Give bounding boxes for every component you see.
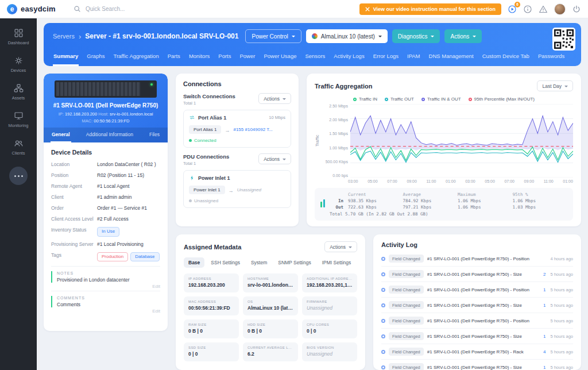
video-tutorials-button[interactable]: 6 [508, 5, 517, 14]
metadata-field-bios-version: BIOS VERSIONUnassigned [302, 342, 357, 361]
activity-row[interactable]: Field Changed#1 SRV-LO-001 (Dell PowerEd… [381, 313, 573, 329]
device-details-title: Device Details [51, 149, 160, 156]
inlet-name: Power Inlet 1 [198, 175, 230, 181]
activity-row[interactable]: Field Changed#1 SRV-LO-001 (Dell PowerEd… [381, 282, 573, 298]
metadata-tab-base[interactable]: Base [184, 257, 204, 268]
power-control-button[interactable]: Power Control [245, 29, 301, 43]
comments-edit-link[interactable]: Edit [51, 309, 160, 314]
server-header: Servers Server - #1 srv-lo-001.london.lo… [44, 23, 581, 66]
info-icon [523, 5, 532, 14]
ip-value: 192.168.203.200 [65, 111, 97, 117]
pdu-connections-section: PDU Connections Total 1 Actions [183, 153, 291, 208]
tab-graphs[interactable]: Graphs [86, 49, 105, 66]
legend-dot [421, 98, 425, 101]
tab-custom-device-tab[interactable]: Custom Device Tab [482, 49, 530, 66]
metadata-field-mac-address: MAC ADDRESS00:50:56:21:39:FD [184, 296, 239, 315]
ip-label: IP: [59, 111, 64, 117]
legend-dot [353, 98, 357, 101]
sidebar-item-assets[interactable]: Assets [0, 78, 37, 106]
pdu-connections-title: PDU Connections [183, 153, 229, 160]
actions-button[interactable]: Actions [444, 29, 482, 43]
tab-power[interactable]: Power [239, 49, 256, 66]
device-ip-host: IP: 192.168.203.200 Host: srv-lo-001.lon… [48, 111, 163, 117]
close-icon[interactable] [365, 7, 370, 11]
legend-traffic-in[interactable]: Traffic IN [353, 97, 377, 102]
sidebar-item-dashboard[interactable]: Dashboard [0, 23, 37, 51]
breadcrumb-servers-link[interactable]: Servers [53, 33, 75, 40]
tab-activity-logs[interactable]: Activity Logs [333, 49, 365, 66]
switch-actions-button[interactable]: Actions [258, 93, 291, 104]
power-bolt-icon [189, 175, 195, 181]
easydcim-logo[interactable]: e easydcim [7, 4, 74, 14]
alerts-button[interactable] [539, 5, 548, 14]
mac-value: 00:50:56:21:39:FD [94, 118, 129, 124]
logout-button[interactable] [572, 5, 581, 14]
pdu-connection-item: Power Inlet 1 Power Inlet 1 Unassigned [183, 170, 291, 208]
metadata-actions-button[interactable]: Actions [324, 241, 357, 252]
device-tab-additional-information[interactable]: Additional Information [85, 128, 134, 142]
connections-title: Connections [183, 80, 291, 87]
device-tab-general[interactable]: General [51, 128, 71, 142]
connections-card: Connections Switch Connections Total 1 A… [176, 74, 299, 226]
tab-error-logs[interactable]: Error Logs [373, 49, 399, 66]
chevron-down-icon [431, 36, 434, 39]
time-range-select[interactable]: Last Day [537, 80, 573, 91]
video-manual-banner-button[interactable]: View our video instruction manual for th… [359, 3, 501, 15]
activity-row[interactable]: Field Changed#1 SRV-LO-001 (Dell PowerEd… [381, 251, 573, 267]
metadata-tab-snmp-settings[interactable]: SNMP Settings [273, 257, 315, 268]
device-card-header: #1 SRV-LO-001 (Dell PowerEdge R750) IP: … [44, 74, 168, 142]
os-label: AlmaLinux 10 (latest) [321, 33, 375, 40]
metadata-field-firmware: FIRMWAREUnassigned [302, 296, 357, 315]
legend-dot [469, 98, 472, 101]
activity-row[interactable]: Field Changed#1 SRV-LO-001 (Dell PowerEd… [381, 344, 573, 360]
port-from-pill: Port Alias 1 [189, 125, 221, 134]
os-button[interactable]: AlmaLinux 10 (latest) [306, 29, 388, 43]
activity-row[interactable]: Field Changed#1 SRV-LO-001 (Dell PowerEd… [381, 267, 573, 282]
sidebar-more-button[interactable] [9, 167, 28, 185]
metadata-tab-ipmi-settings[interactable]: IPMI Settings [318, 257, 356, 268]
inlet-from-pill: Power Inlet 1 [189, 186, 225, 194]
tab-ports[interactable]: Ports [218, 49, 231, 66]
activity-row[interactable]: Field Changed#1 SRV-LO-001 (Dell PowerEd… [381, 329, 573, 344]
legend-traffic-in-out[interactable]: Traffic IN & OUT [421, 97, 461, 102]
diagnostics-button[interactable]: Diagnostics [392, 29, 440, 43]
tab-passwords[interactable]: Passwords [537, 49, 565, 66]
legend-traffic-out[interactable]: Traffic OUT [385, 97, 414, 102]
metadata-tab-ssh-settings[interactable]: SSH Settings [206, 257, 245, 268]
sitemap-icon [14, 83, 24, 93]
metadata-tab-system[interactable]: System [246, 257, 272, 268]
activity-row[interactable]: Field Changed#1 SRV-LO-001 (Dell PowerEd… [381, 360, 573, 370]
tab-power-usage[interactable]: Power Usage [263, 49, 297, 66]
sidebar-label: Monitoring [8, 123, 28, 128]
port-to-link[interactable]: #155 #1049092 T... [233, 127, 272, 132]
chevron-down-icon [349, 246, 352, 250]
host-label: Host: [98, 111, 109, 117]
detail-row-position: PositionR02 (Position 11 - 15) [51, 172, 160, 179]
sidebar-item-monitoring[interactable]: Monitoring [0, 106, 37, 133]
tag-production: Production [97, 252, 128, 261]
legend-95th-percentile[interactable]: 95th Percentile (Max IN/OUT) [469, 97, 535, 102]
host-value: srv-lo-001.london.local [110, 111, 153, 117]
info-button[interactable] [523, 5, 532, 14]
tab-ipam[interactable]: IPAM [407, 49, 421, 66]
tab-sensors[interactable]: Sensors [304, 49, 326, 66]
pdu-actions-button[interactable]: Actions [258, 153, 291, 164]
tab-traffic-aggregation[interactable]: Traffic Aggregation [113, 49, 159, 66]
device-tab-files[interactable]: Files [148, 128, 161, 142]
sidebar-item-clients[interactable]: Clients [0, 133, 37, 161]
notes-text: Provisioned in London datacenter [57, 277, 160, 283]
search-input[interactable] [84, 5, 211, 13]
user-avatar[interactable] [554, 3, 566, 15]
pdu-connections-total: Total 1 [183, 161, 229, 166]
sidebar-item-devices[interactable]: Devices [0, 51, 37, 78]
activity-row[interactable]: Field Changed#1 SRV-LO-001 (Dell PowerEd… [381, 298, 573, 313]
tab-parts[interactable]: Parts [167, 49, 181, 66]
tab-summary[interactable]: Summary [53, 49, 79, 66]
notification-badge: 6 [514, 2, 520, 7]
traffic-title: Traffic Aggregation [315, 83, 372, 90]
tab-monitors[interactable]: Monitors [188, 49, 210, 66]
status-dot [189, 139, 192, 142]
tab-dns-management[interactable]: DNS Management [428, 49, 474, 66]
server-image [55, 80, 157, 98]
notes-edit-link[interactable]: Edit [51, 284, 160, 289]
